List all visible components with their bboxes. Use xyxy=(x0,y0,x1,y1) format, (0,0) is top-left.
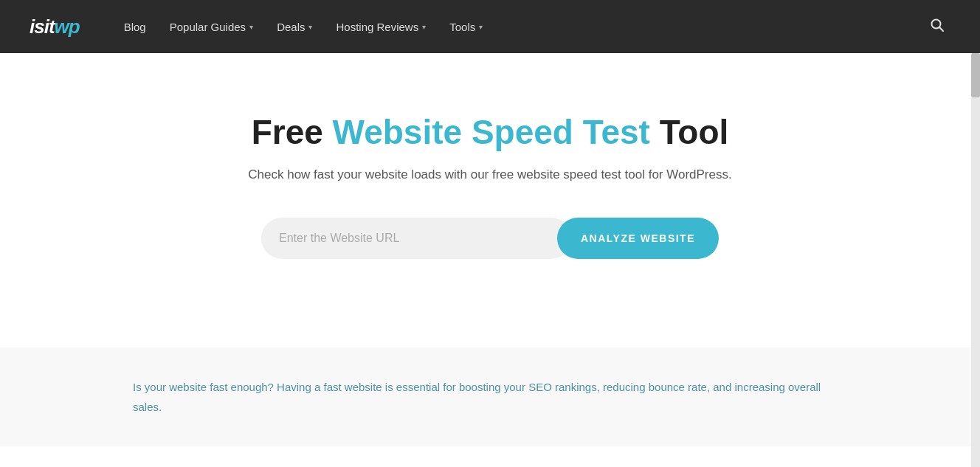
logo-text: isitwp xyxy=(30,15,80,38)
nav-item-popular-guides[interactable]: Popular Guides ▾ xyxy=(161,15,262,39)
main-nav: Blog Popular Guides ▾ Deals ▾ Hosting Re… xyxy=(115,15,924,39)
chevron-down-icon: ▾ xyxy=(479,23,483,31)
hero-title-highlight: Website Speed Test xyxy=(333,113,650,151)
svg-line-1 xyxy=(939,27,943,31)
nav-label-hosting-reviews: Hosting Reviews xyxy=(336,21,418,33)
nav-item-hosting-reviews[interactable]: Hosting Reviews ▾ xyxy=(327,15,435,39)
chevron-down-icon: ▾ xyxy=(308,23,312,31)
nav-label-blog: Blog xyxy=(124,21,146,33)
chevron-down-icon: ▾ xyxy=(249,23,253,31)
nav-item-deals[interactable]: Deals ▾ xyxy=(268,15,321,39)
nav-item-blog[interactable]: Blog xyxy=(115,15,155,39)
hero-title-suffix: Tool xyxy=(650,113,728,151)
nav-label-tools: Tools xyxy=(449,21,475,33)
hero-title: Free Website Speed Test Tool xyxy=(15,112,965,153)
header: isitwp Blog Popular Guides ▾ Deals ▾ Hos… xyxy=(0,0,980,53)
logo[interactable]: isitwp xyxy=(30,15,80,38)
hero-title-prefix: Free xyxy=(252,113,333,151)
scrollbar-thumb[interactable] xyxy=(971,53,980,97)
bottom-text: Is your website fast enough? Having a fa… xyxy=(133,377,847,417)
logo-prefix: isit xyxy=(30,15,55,38)
scrollbar-track[interactable] xyxy=(971,53,980,467)
nav-label-popular-guides: Popular Guides xyxy=(170,21,246,33)
header-search-button[interactable] xyxy=(924,12,950,42)
url-input-wrapper xyxy=(261,218,572,259)
url-input[interactable] xyxy=(279,232,554,245)
bottom-section: Is your website fast enough? Having a fa… xyxy=(0,347,980,446)
nav-item-tools[interactable]: Tools ▾ xyxy=(441,15,491,39)
analyze-website-button[interactable]: ANALYZE WEBSITE xyxy=(557,218,719,259)
search-icon xyxy=(930,18,945,32)
hero-subtitle: Check how fast your website loads with o… xyxy=(15,167,965,182)
nav-label-deals: Deals xyxy=(277,21,305,33)
url-analysis-form: ANALYZE WEBSITE xyxy=(261,218,719,259)
chevron-down-icon: ▾ xyxy=(422,23,426,31)
logo-suffix: wp xyxy=(55,15,80,38)
hero-section: Free Website Speed Test Tool Check how f… xyxy=(0,53,980,347)
